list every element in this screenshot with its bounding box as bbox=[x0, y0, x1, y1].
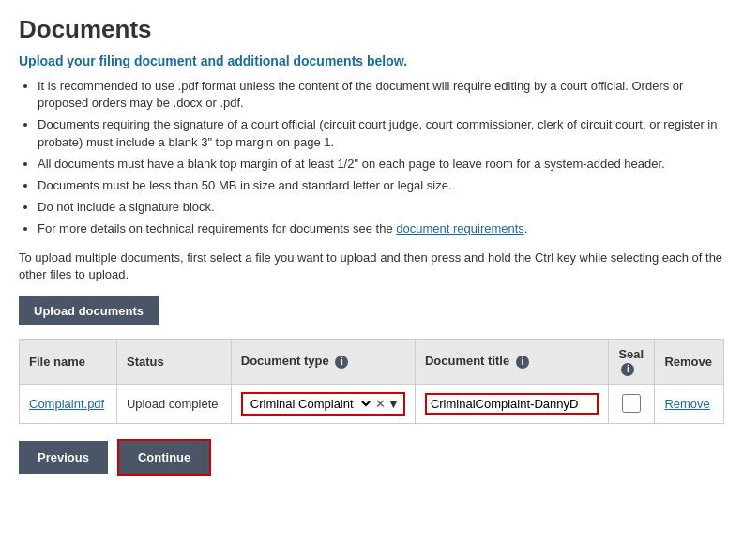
page-subtitle: Upload your filing document and addition… bbox=[19, 53, 724, 68]
col-header-status: Status bbox=[116, 339, 231, 384]
col-header-remove: Remove bbox=[655, 339, 724, 384]
cell-status: Upload complete bbox=[116, 384, 231, 423]
doc-requirements-link[interactable]: document requirements bbox=[396, 221, 524, 235]
doc-title-info-icon[interactable]: i bbox=[516, 356, 529, 369]
file-link[interactable]: Complaint.pdf bbox=[29, 397, 104, 411]
col-header-seal: Seal i bbox=[609, 339, 655, 384]
doc-type-info-icon[interactable]: i bbox=[335, 356, 348, 369]
cell-doc-type[interactable]: Criminal Complaint ✕ ▼ bbox=[231, 384, 415, 423]
continue-button[interactable]: Continue bbox=[117, 439, 211, 476]
documents-table: File name Status Document type i Documen… bbox=[19, 339, 724, 424]
list-item: Documents must be less than 50 MB in siz… bbox=[38, 177, 724, 194]
previous-button[interactable]: Previous bbox=[19, 441, 108, 474]
doc-title-input[interactable] bbox=[431, 397, 594, 411]
cell-remove: Remove bbox=[655, 384, 724, 423]
page-title: Documents bbox=[19, 15, 724, 44]
list-item: Documents requiring the signature of a c… bbox=[38, 116, 724, 150]
col-header-doc-title: Document title i bbox=[415, 339, 609, 384]
seal-info-icon[interactable]: i bbox=[621, 363, 634, 376]
table-header-row: File name Status Document type i Documen… bbox=[20, 339, 724, 384]
seal-checkbox[interactable] bbox=[622, 394, 641, 413]
list-item: It is recommended to use .pdf format unl… bbox=[38, 78, 724, 112]
list-item-link: For more details on technical requiremen… bbox=[38, 220, 724, 237]
cell-seal bbox=[609, 384, 655, 423]
doc-type-select[interactable]: Criminal Complaint bbox=[247, 396, 373, 412]
upload-instructions: To upload multiple documents, first sele… bbox=[19, 250, 724, 283]
cell-file-name: Complaint.pdf bbox=[20, 384, 117, 423]
info-list: It is recommended to use .pdf format unl… bbox=[38, 78, 724, 238]
list-item: Do not include a signature block. bbox=[38, 199, 724, 216]
col-header-file-name: File name bbox=[20, 339, 117, 384]
remove-link[interactable]: Remove bbox=[664, 397, 709, 411]
page-container: Documents Upload your filing document an… bbox=[0, 0, 743, 491]
list-item: All documents must have a blank top marg… bbox=[38, 156, 724, 173]
footer-buttons: Previous Continue bbox=[19, 439, 724, 476]
cell-doc-title[interactable] bbox=[415, 384, 609, 423]
doc-type-select-wrapper: Criminal Complaint ✕ ▼ bbox=[241, 392, 405, 416]
upload-status: Upload complete bbox=[127, 397, 219, 411]
table-row: Complaint.pdf Upload complete Criminal C… bbox=[20, 384, 724, 423]
doc-title-input-wrapper bbox=[425, 393, 599, 415]
upload-documents-button[interactable]: Upload documents bbox=[19, 296, 159, 325]
doc-type-dropdown-icon: ▼ bbox=[387, 397, 400, 411]
col-header-doc-type: Document type i bbox=[231, 339, 415, 384]
doc-type-clear-button[interactable]: ✕ bbox=[373, 397, 387, 411]
